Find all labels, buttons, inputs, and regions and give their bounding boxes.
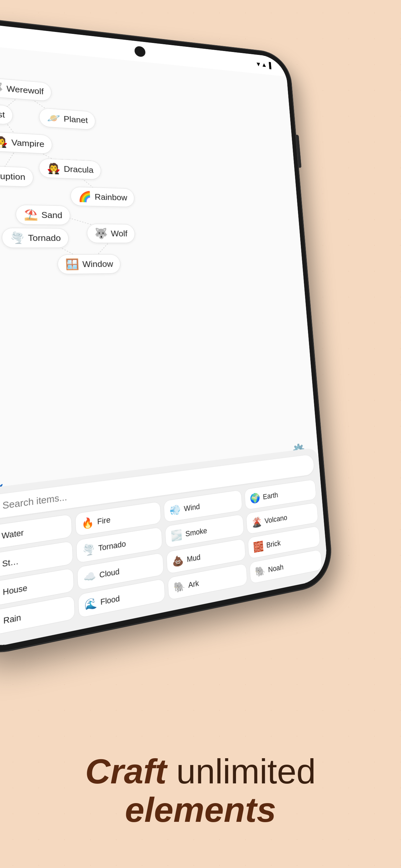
phone-outer-shell: ▼▲ ▌ xyxy=(0,16,334,660)
flood-label: Flood xyxy=(100,593,120,607)
chip-wolf[interactable]: 🐺 Wolf xyxy=(87,224,135,243)
cloud-label: Cloud xyxy=(99,567,120,580)
volcano-emoji: 🌋 xyxy=(251,516,262,529)
bottom-panel: 🔍 💧 Water 🔥 Fire 💨 xyxy=(0,447,329,652)
cloud-emoji: ☁️ xyxy=(83,569,96,584)
flood-emoji: 🌊 xyxy=(84,597,97,612)
tornado2-emoji: 🌪️ xyxy=(82,543,95,557)
chip-dust[interactable]: 💨 Dust xyxy=(0,102,13,125)
vampire-label: Vampire xyxy=(11,137,44,149)
fire-label: Fire xyxy=(97,515,111,526)
house-label: House xyxy=(3,583,27,597)
dracula-label: Dracula xyxy=(64,164,94,175)
signal-icon: ▼▲ xyxy=(255,60,267,69)
chip-tornado[interactable]: 🌪️ Tornado xyxy=(2,228,69,248)
tornado-emoji: 🌪️ xyxy=(10,231,25,244)
brick-label: Brick xyxy=(266,538,281,550)
rainbow-emoji: 🌈 xyxy=(78,190,91,203)
chip-vampire[interactable]: 🧛 Vampire xyxy=(0,131,52,154)
canvas-area[interactable]: 🐺 Werewolf 💨 Dust 🪐 Planet 🧛 Vampire 🧛 xyxy=(0,43,329,652)
noah-label: Noah xyxy=(268,562,284,574)
craft-bold-text: Craft xyxy=(85,752,166,791)
planet-emoji: 🪐 xyxy=(47,112,61,125)
window-label: Window xyxy=(82,259,113,269)
eruption-label: Eruption xyxy=(0,170,26,182)
dust-label: Dust xyxy=(0,108,5,120)
mud-label: Mud xyxy=(187,553,201,564)
volcano-label: Volcano xyxy=(265,513,288,525)
ark-label: Ark xyxy=(188,579,199,590)
brick-emoji: 🧱 xyxy=(253,540,264,553)
dracula-emoji: 🧛 xyxy=(47,162,60,175)
battery-icon: ▌ xyxy=(269,62,273,69)
mud-emoji: 💩 xyxy=(172,554,184,568)
elements-text: elements xyxy=(19,791,382,829)
unlimited-text: unlimited xyxy=(166,752,316,791)
status-bar-left xyxy=(0,34,8,37)
rain-label: Rain xyxy=(3,612,21,626)
vampire-emoji: 🧛 xyxy=(0,135,8,149)
window-emoji: 🪟 xyxy=(65,258,80,271)
ark-emoji: 🐘 xyxy=(174,580,185,594)
camera-notch xyxy=(134,46,146,58)
water-label: Water xyxy=(1,528,24,541)
chip-planet[interactable]: 🪐 Planet xyxy=(39,107,96,130)
tagline-line1: Craft unlimited xyxy=(19,752,382,791)
phone-screen: ▼▲ ▌ xyxy=(0,21,329,652)
chip-dracula[interactable]: 🧛 Dracula xyxy=(39,158,101,180)
storm-label: St… xyxy=(2,556,19,569)
status-bar-right: ▼▲ ▌ xyxy=(255,60,274,69)
sand-label: Sand xyxy=(41,210,63,220)
chip-sand[interactable]: ⛱️ Sand xyxy=(16,205,70,225)
wind-label: Wind xyxy=(184,502,200,513)
chip-window[interactable]: 🪟 Window xyxy=(57,254,121,274)
chip-rainbow[interactable]: 🌈 Rainbow xyxy=(70,187,135,207)
fire-emoji: 🔥 xyxy=(81,516,94,530)
wolf-emoji: 🐺 xyxy=(94,227,108,240)
rainbow-label: Rainbow xyxy=(95,192,127,203)
smoke-label: Smoke xyxy=(185,526,207,538)
earth-emoji: 🌍 xyxy=(249,492,260,504)
wolf-label: Wolf xyxy=(111,228,128,239)
werewolf-label: Werewolf xyxy=(6,84,44,96)
tornado2-label: Tornado xyxy=(98,539,126,553)
wind-emoji: 💨 xyxy=(169,503,181,517)
bottom-text-section: Craft unlimited elements xyxy=(0,752,401,829)
smoke-emoji: 🌫️ xyxy=(171,529,182,542)
tornado-label: Tornado xyxy=(28,233,61,243)
planet-label: Planet xyxy=(64,114,88,125)
phone-device: ▼▲ ▌ xyxy=(0,16,334,660)
earth-label: Earth xyxy=(263,491,278,501)
chip-eruption[interactable]: 🌋 Eruption xyxy=(0,165,34,187)
noah-emoji: 🐘 xyxy=(254,565,266,578)
sand-emoji: ⛱️ xyxy=(24,208,38,221)
werewolf-emoji: 🐺 xyxy=(0,81,3,94)
